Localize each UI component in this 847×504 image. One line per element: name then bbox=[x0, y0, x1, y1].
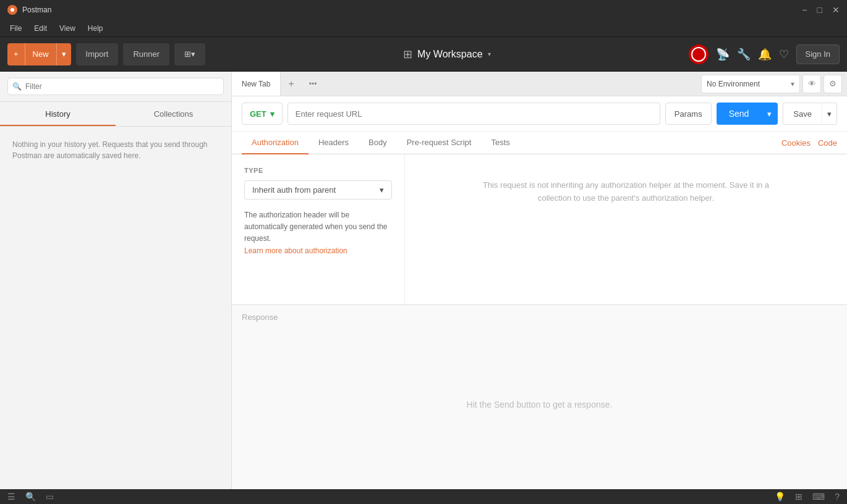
method-selector[interactable]: GET ▾ bbox=[242, 103, 283, 125]
menu-edit[interactable]: Edit bbox=[29, 23, 52, 34]
satellite-icon[interactable]: 📡 bbox=[716, 48, 730, 61]
bulb-icon[interactable]: 💡 bbox=[775, 492, 785, 502]
signin-button[interactable]: Sign In bbox=[796, 44, 840, 64]
keyboard-icon[interactable]: ⌨ bbox=[812, 492, 825, 502]
response-label: Response bbox=[242, 313, 278, 322]
title-bar-left: Postman bbox=[7, 5, 51, 15]
menu-file[interactable]: File bbox=[5, 23, 27, 34]
save-button[interactable]: Save bbox=[783, 103, 822, 125]
menu-bar: File Edit View Help bbox=[0, 20, 847, 37]
auth-left-panel: TYPE Inherit auth from parent ▾ The auth… bbox=[232, 154, 405, 304]
sidebar: 🔍 History Collections Nothing in your hi… bbox=[0, 72, 232, 489]
send-button-group: Send ▾ bbox=[717, 103, 778, 125]
params-button[interactable]: Params bbox=[665, 103, 712, 125]
request-tabs: Authorization Headers Body Pre-request S… bbox=[232, 132, 847, 154]
new-label: New bbox=[25, 49, 56, 59]
authorization-section: TYPE Inherit auth from parent ▾ The auth… bbox=[232, 154, 847, 304]
sidebar-search-area: 🔍 bbox=[0, 72, 231, 102]
new-button[interactable]: + New ▾ bbox=[7, 43, 71, 65]
sync-icon bbox=[689, 44, 709, 64]
new-icon: + bbox=[7, 43, 25, 65]
add-tab-button[interactable]: + bbox=[281, 72, 301, 96]
auth-type-value: Inherit auth from parent bbox=[252, 185, 336, 195]
minimize-button[interactable]: − bbox=[802, 5, 807, 15]
workspace-selector[interactable]: ⊞ My Workspace ▾ bbox=[403, 48, 491, 61]
menu-view[interactable]: View bbox=[54, 23, 80, 34]
tab-label: New Tab bbox=[242, 80, 270, 88]
method-caret-icon: ▾ bbox=[270, 109, 275, 119]
save-caret-button[interactable]: ▾ bbox=[822, 103, 837, 125]
menu-help[interactable]: Help bbox=[83, 23, 108, 34]
environment-bar: No Environment ▾ 👁 ⚙ bbox=[701, 75, 847, 93]
send-button[interactable]: Send bbox=[717, 103, 762, 125]
workspace-label: My Workspace bbox=[417, 49, 483, 60]
env-eye-button[interactable]: 👁 bbox=[802, 75, 821, 93]
auth-type-label: TYPE bbox=[244, 167, 392, 174]
environment-label: No Environment bbox=[707, 80, 760, 88]
help-icon[interactable]: ? bbox=[835, 492, 840, 502]
active-tab[interactable]: New Tab bbox=[232, 72, 281, 96]
grid-layout-icon[interactable]: ⊞ bbox=[795, 492, 802, 502]
heart-icon[interactable]: ♡ bbox=[779, 48, 789, 61]
tab-authorization[interactable]: Authorization bbox=[242, 132, 309, 154]
url-bar: GET ▾ Params Send ▾ Save ▾ bbox=[232, 96, 847, 132]
toolbar-left: + New ▾ Import Runner ⊞▾ bbox=[7, 43, 205, 65]
toolbar-right: 📡 🔧 🔔 ♡ Sign In bbox=[689, 44, 840, 64]
workspace-grid-icon: ⊞ bbox=[403, 48, 412, 61]
tab-more-button[interactable]: ••• bbox=[302, 72, 325, 96]
env-caret-icon: ▾ bbox=[791, 80, 794, 88]
toolbar-center: ⊞ My Workspace ▾ bbox=[403, 48, 491, 61]
runner-button[interactable]: Runner bbox=[123, 43, 169, 65]
search-wrapper: 🔍 bbox=[7, 78, 224, 95]
notification-icon[interactable]: 🔔 bbox=[758, 48, 772, 61]
tab-pre-request[interactable]: Pre-request Script bbox=[397, 132, 482, 154]
tab-tests[interactable]: Tests bbox=[481, 132, 519, 154]
url-input[interactable] bbox=[287, 103, 660, 125]
search-icon: 🔍 bbox=[12, 82, 22, 91]
postman-logo-icon bbox=[7, 5, 17, 15]
sidebar-tabs: History Collections bbox=[0, 102, 231, 127]
sidebar-history-empty: Nothing in your history yet. Requests th… bbox=[0, 127, 231, 489]
response-body: Hit the Send button to get a response. bbox=[232, 329, 847, 489]
workspace-caret-icon: ▾ bbox=[488, 51, 491, 57]
filter-input[interactable] bbox=[7, 78, 224, 95]
find-icon[interactable]: 🔍 bbox=[25, 492, 36, 502]
auth-learn-more-link[interactable]: Learn more about authorization bbox=[244, 246, 347, 255]
tab-history[interactable]: History bbox=[0, 102, 116, 126]
console-icon[interactable]: ▭ bbox=[46, 492, 54, 502]
maximize-button[interactable]: □ bbox=[817, 5, 822, 15]
tab-body[interactable]: Body bbox=[359, 132, 397, 154]
tab-headers[interactable]: Headers bbox=[309, 132, 359, 154]
new-caret-icon[interactable]: ▾ bbox=[56, 43, 71, 65]
extra-button[interactable]: ⊞▾ bbox=[174, 43, 205, 65]
tab-collections[interactable]: Collections bbox=[116, 102, 231, 126]
app-title: Postman bbox=[22, 6, 51, 14]
auth-info-text: This request is not inheriting any autho… bbox=[472, 179, 781, 205]
save-button-group: Save ▾ bbox=[783, 103, 837, 125]
toolbar: + New ▾ Import Runner ⊞▾ ⊞ My Workspace … bbox=[0, 37, 847, 72]
status-bar-left: ☰ 🔍 ▭ bbox=[7, 492, 54, 502]
auth-type-selector[interactable]: Inherit auth from parent ▾ bbox=[244, 180, 392, 200]
import-button[interactable]: Import bbox=[76, 43, 119, 65]
auth-right-panel: This request is not inheriting any autho… bbox=[405, 154, 847, 304]
main-layout: 🔍 History Collections Nothing in your hi… bbox=[0, 72, 847, 489]
settings-icon: ⚙ bbox=[829, 79, 836, 88]
environment-selector[interactable]: No Environment ▾ bbox=[701, 75, 800, 93]
response-header: Response bbox=[232, 304, 847, 329]
sidebar-toggle-icon[interactable]: ☰ bbox=[7, 492, 15, 502]
wrench-icon[interactable]: 🔧 bbox=[737, 48, 751, 61]
status-bar-right: 💡 ⊞ ⌨ ? bbox=[775, 492, 840, 502]
env-settings-button[interactable]: ⚙ bbox=[824, 75, 842, 93]
auth-caret-icon: ▾ bbox=[380, 185, 384, 195]
cookies-button[interactable]: Cookies bbox=[781, 138, 811, 148]
request-area: GET ▾ Params Send ▾ Save ▾ Authorization… bbox=[232, 96, 847, 489]
request-tab-actions: Cookies Code bbox=[781, 138, 837, 148]
status-bar: ☰ 🔍 ▭ 💡 ⊞ ⌨ ? bbox=[0, 489, 847, 504]
window-controls[interactable]: − □ ✕ bbox=[802, 5, 840, 15]
code-button[interactable]: Code bbox=[818, 138, 837, 148]
eye-icon: 👁 bbox=[808, 79, 816, 88]
send-caret-button[interactable]: ▾ bbox=[761, 103, 778, 125]
close-button[interactable]: ✕ bbox=[832, 5, 840, 15]
auth-description: The authorization header will be automat… bbox=[244, 209, 392, 257]
tab-bar: New Tab + ••• No Environment ▾ 👁 ⚙ bbox=[232, 72, 847, 96]
